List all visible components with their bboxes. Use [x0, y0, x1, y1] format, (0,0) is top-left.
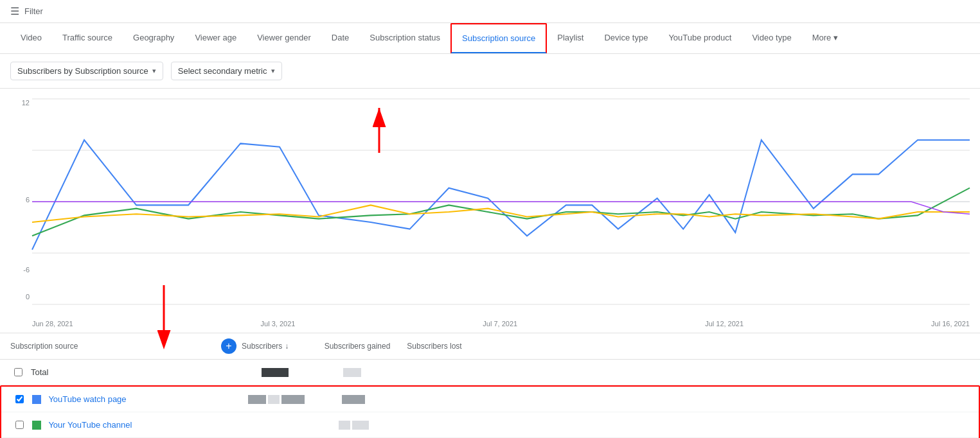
col-header-lost: Subscribers lost	[396, 342, 473, 351]
tab-subscription-status[interactable]: Subscription status	[359, 23, 450, 54]
table-section: Subscription source + Subscribers ↓ Subs…	[0, 333, 980, 438]
controls-bar: Subscribers by Subscription source ▾ Sel…	[0, 54, 980, 89]
secondary-metric-dropdown[interactable]: Select secondary metric ▾	[171, 62, 282, 80]
tab-date[interactable]: Date	[321, 23, 359, 54]
total-checkbox[interactable]	[10, 368, 26, 376]
sort-icon: ↓	[285, 342, 289, 351]
channel-checkbox[interactable]	[12, 421, 27, 429]
watch-page-link[interactable]: YouTube watch page	[48, 394, 126, 404]
chart-area: 12 6 0 -6 Jun 28, 20	[0, 89, 980, 333]
channel-source: Your YouTube channel	[32, 420, 212, 430]
chart-svg	[32, 99, 970, 304]
tab-traffic-source[interactable]: Traffic source	[52, 23, 123, 54]
tab-device-type[interactable]: Device type	[594, 23, 658, 54]
secondary-metric-label: Select secondary metric	[178, 66, 267, 76]
filter-icon: ☰	[10, 5, 19, 17]
filter-bar: ☰ Filter	[0, 0, 980, 23]
channel-link[interactable]: Your YouTube channel	[48, 420, 132, 430]
total-sub-bar	[236, 368, 314, 377]
x-axis-labels: Jun 28, 2021 Jul 3, 2021 Jul 7, 2021 Jul…	[32, 320, 970, 328]
tab-video[interactable]: Video	[10, 23, 52, 54]
watch-page-source: YouTube watch page	[32, 394, 212, 405]
y-axis-labels: 12 6 0 -6	[10, 99, 30, 301]
watch-page-gained-bar	[315, 395, 392, 404]
primary-metric-label: Subscribers by Subscription source	[17, 66, 148, 76]
tab-youtube-product[interactable]: YouTube product	[658, 23, 742, 54]
col-header-gained: Subscribers gained	[319, 342, 396, 351]
total-gained-bar	[314, 368, 391, 377]
tab-subscription-source[interactable]: Subscription source	[450, 23, 547, 54]
col-header-source: Subscription source	[10, 342, 216, 351]
tab-bar: Video Traffic source Geography Viewer ag…	[0, 23, 980, 54]
table-row-watch-page: YouTube watch page	[1, 387, 979, 412]
col-header-add: +	[216, 338, 242, 354]
highlighted-rows-group: YouTube watch page Your YouTube channel	[0, 385, 980, 438]
tab-playlist[interactable]: Playlist	[547, 23, 594, 54]
tab-viewer-age[interactable]: Viewer age	[184, 23, 247, 54]
filter-label: Filter	[24, 6, 43, 16]
table-header: Subscription source + Subscribers ↓ Subs…	[0, 333, 980, 360]
dropdown-arrow-icon-2: ▾	[271, 67, 275, 75]
col-header-subscribers[interactable]: Subscribers ↓	[242, 342, 319, 351]
total-label: Total	[31, 367, 211, 377]
chevron-down-icon: ▾	[833, 33, 838, 42]
table-row-total: Total	[0, 360, 980, 385]
tab-more[interactable]: More ▾	[802, 23, 849, 54]
channel-gained-bars	[315, 421, 392, 430]
table-row-channel: Your YouTube channel	[1, 412, 979, 438]
primary-metric-dropdown[interactable]: Subscribers by Subscription source ▾	[10, 62, 163, 80]
dropdown-arrow-icon: ▾	[152, 67, 156, 75]
tab-geography[interactable]: Geography	[123, 23, 184, 54]
tab-viewer-gender[interactable]: Viewer gender	[247, 23, 321, 54]
watch-page-sub-bars	[238, 395, 315, 404]
add-metric-button[interactable]: +	[221, 338, 236, 354]
watch-page-checkbox[interactable]	[12, 395, 27, 403]
tab-video-type[interactable]: Video type	[742, 23, 801, 54]
